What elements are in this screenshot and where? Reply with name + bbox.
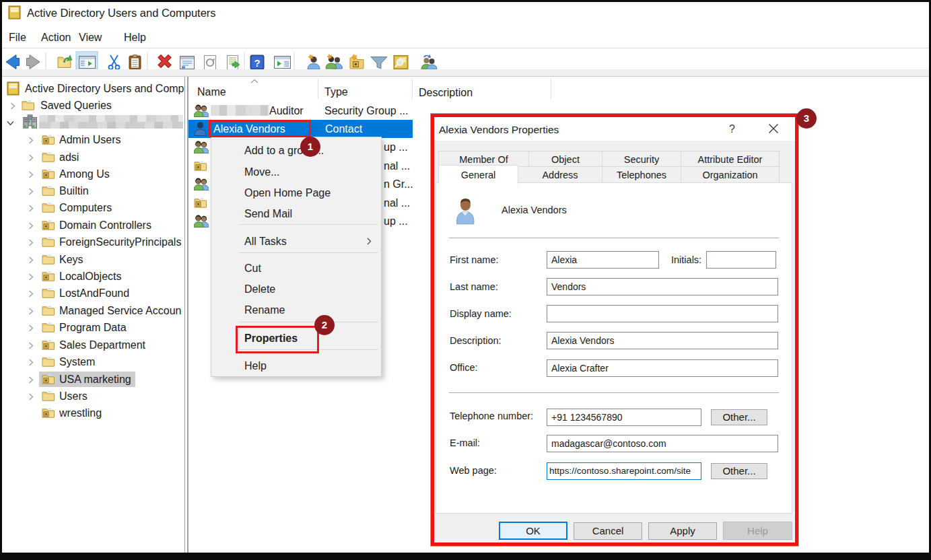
svg-text:?: ? [254, 57, 260, 69]
